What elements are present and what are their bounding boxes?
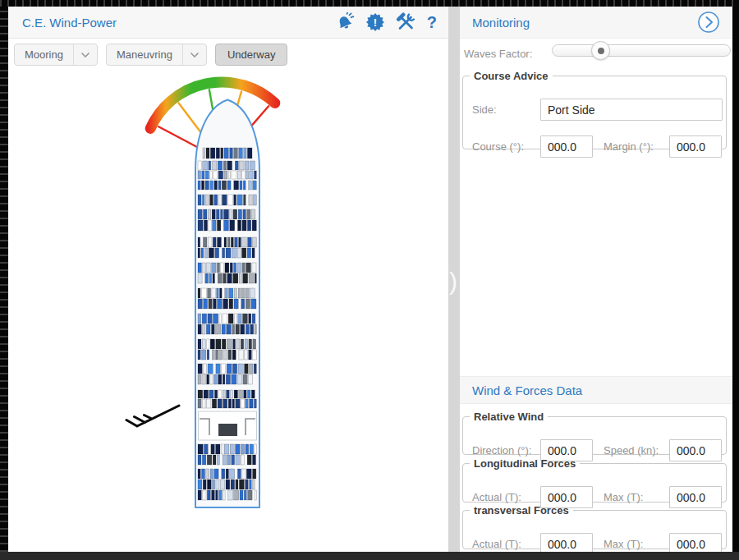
maneuvring-dropdown-toggle[interactable]	[182, 44, 206, 65]
panel-splitter[interactable]: )	[448, 7, 460, 552]
mode-button-row: Mooring Maneuvring Underway	[14, 44, 287, 66]
mooring-button-group: Mooring	[14, 44, 98, 66]
waves-factor-slider[interactable]	[552, 44, 731, 57]
wind-forces-title: Wind & Forces Data	[472, 383, 582, 397]
help-icon[interactable]: ?	[427, 12, 437, 32]
alert-exclamation-glyph: !	[374, 16, 377, 29]
maneuvring-button[interactable]: Maneuvring	[107, 44, 182, 65]
margin-input[interactable]	[669, 135, 722, 158]
relative-wind-fieldset: Relative Wind Direction (°): Speed (kn):	[462, 411, 727, 455]
wind-barb-icon	[126, 406, 179, 426]
left-panel-header: C.E. Wind-Power	[8, 7, 448, 39]
course-input[interactable]	[540, 135, 593, 158]
speed-label: Speed (kn):	[604, 444, 659, 457]
course-advice-fieldset: Course Advice Side: Course (°): Margin (…	[462, 70, 727, 149]
long-max-label: Max (T):	[604, 491, 643, 503]
ship-top-view-illustration	[8, 7, 448, 552]
header-toolbar: ! ?	[335, 12, 437, 32]
side-label: Side:	[472, 103, 497, 116]
waves-factor-label: Waves Factor:	[464, 48, 532, 60]
side-input[interactable]	[540, 99, 723, 121]
monitoring-header: Monitoring	[460, 7, 732, 39]
trans-max-label: Max (T):	[604, 538, 643, 550]
direction-label: Direction (°):	[472, 444, 531, 457]
waves-slider-handle[interactable]	[591, 41, 610, 60]
margin-label: Margin (°):	[604, 140, 654, 153]
trans-actual-label: Actual (T):	[472, 538, 521, 550]
help-glyph: ?	[427, 13, 437, 31]
alert-burst-icon[interactable]: !	[365, 12, 385, 32]
frame-left-border	[0, 7, 8, 552]
trans-actual-input[interactable]	[540, 533, 593, 552]
app-window: C.E. Wind-Power	[0, 0, 739, 560]
wind-forces-header: Wind & Forces Data	[460, 376, 732, 404]
chevron-down-icon	[80, 52, 90, 58]
tools-icon[interactable]	[396, 12, 416, 32]
mooring-button[interactable]: Mooring	[15, 44, 73, 65]
monitoring-expand-button[interactable]	[697, 11, 720, 34]
container-rows	[198, 148, 256, 500]
relative-wind-legend: Relative Wind	[470, 411, 548, 423]
course-advice-legend: Course Advice	[470, 70, 553, 82]
mooring-dropdown-toggle[interactable]	[73, 44, 97, 65]
ship-hull	[195, 100, 259, 508]
chevron-down-icon	[190, 52, 200, 58]
longitudinal-forces-fieldset: Longitudinal Forces Actual (T): Max (T):	[462, 457, 727, 503]
slider-handle-dot	[598, 48, 604, 54]
frame-top-border	[0, 0, 739, 7]
window-content: C.E. Wind-Power	[8, 7, 732, 552]
gauge-ticks	[158, 90, 269, 150]
maneuvring-button-group: Maneuvring	[106, 44, 207, 66]
trans-max-input[interactable]	[669, 533, 722, 552]
left-panel: C.E. Wind-Power	[8, 7, 448, 552]
course-label: Course (°):	[472, 140, 524, 153]
long-actual-label: Actual (T):	[472, 491, 521, 503]
app-title: C.E. Wind-Power	[22, 16, 117, 30]
splitter-collapse-handle[interactable]: )	[449, 269, 457, 294]
notification-bell-icon[interactable]	[335, 12, 355, 32]
chevron-right-circle-icon	[697, 11, 720, 34]
transversal-forces-legend: transversal Forces	[470, 504, 573, 516]
transversal-forces-fieldset: transversal Forces Actual (T): Max (T):	[462, 504, 727, 549]
underway-button[interactable]: Underway	[215, 44, 288, 66]
monitoring-title: Monitoring	[472, 16, 530, 30]
ship-superstructure	[197, 409, 259, 443]
right-panel: Monitoring Waves Factor: Course Advice S…	[460, 7, 732, 552]
gauge-arc	[150, 82, 275, 128]
longitudinal-forces-legend: Longitudinal Forces	[470, 457, 580, 470]
frame-bottom-border	[0, 552, 739, 560]
